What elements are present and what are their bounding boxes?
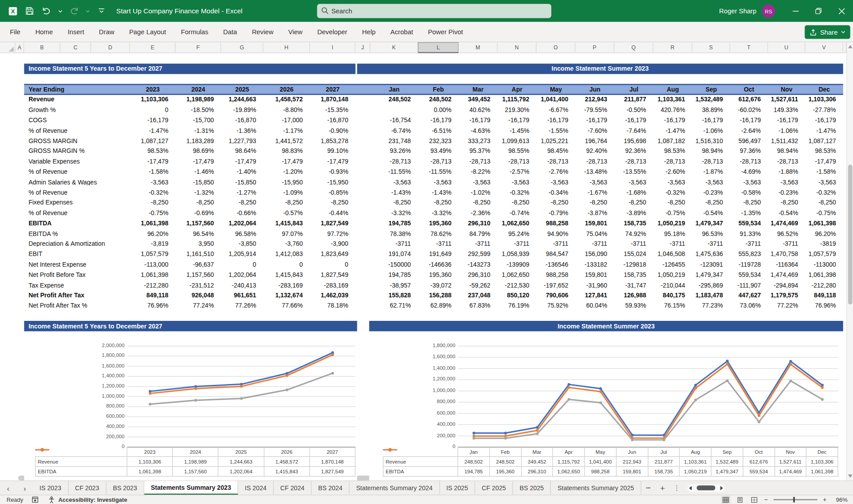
cell-value[interactable]: 74.92% xyxy=(614,230,653,237)
cell-value[interactable]: 126,988 xyxy=(614,292,653,299)
cell-value[interactable]: 1,103,306 xyxy=(130,96,175,103)
cell-label[interactable]: GROSS MARGIN xyxy=(24,137,130,144)
column-header-E[interactable]: E xyxy=(130,42,175,53)
cell-value[interactable]: -3.89% xyxy=(614,209,653,216)
cell-value[interactable]: -8,250 xyxy=(130,199,175,206)
statement-row-variable-expenses[interactable]: Variable Expenses-17,479-17,479-17,479-1… xyxy=(24,156,843,166)
statement-row-ebit[interactable]: EBIT1,057,5791,161,5101,205,9141,412,083… xyxy=(24,249,843,259)
cell-value[interactable]: -3,563 xyxy=(692,179,730,185)
restore-button[interactable] xyxy=(807,0,830,22)
cell-value[interactable]: -1.02% xyxy=(459,189,498,196)
cell-value[interactable]: 237,048 xyxy=(459,292,498,299)
cell-value[interactable]: 232,323 xyxy=(418,137,458,144)
ribbon-tab-formulas[interactable]: Formulas xyxy=(181,28,208,36)
cell-value[interactable]: 156,288 xyxy=(418,292,458,299)
cell-value[interactable]: -146636 xyxy=(418,261,458,268)
chart-banner-left[interactable]: Income Statement 5 Years to December 202… xyxy=(24,321,357,331)
cell-value[interactable]: 1,870,148 xyxy=(310,96,355,103)
zoom-in-button[interactable]: + xyxy=(823,496,827,504)
cell-value[interactable]: -231,512 xyxy=(176,282,221,288)
cell-label[interactable]: COGS xyxy=(24,117,130,124)
cell-value[interactable]: -79.55% xyxy=(576,107,615,113)
macro-record-icon[interactable] xyxy=(31,496,40,504)
page-layout-view-button[interactable] xyxy=(736,496,745,504)
cell-value[interactable]: -1.68% xyxy=(614,189,653,196)
cell-value[interactable]: 333,273 xyxy=(459,137,498,144)
cell-value[interactable]: 1,099,613 xyxy=(497,137,537,144)
cell-label[interactable]: EBITDA xyxy=(24,220,130,227)
cell-value[interactable]: -1.35% xyxy=(730,209,768,216)
column-header-N[interactable]: N xyxy=(497,42,537,53)
cell-value[interactable]: -16,179 xyxy=(459,117,498,124)
more-sheets-icon[interactable]: ••• xyxy=(641,481,655,495)
column-header-O[interactable]: O xyxy=(537,42,576,53)
cell-value[interactable]: -197,652 xyxy=(537,282,576,288)
cell-value[interactable]: 349,452 xyxy=(459,96,498,103)
cell-value[interactable]: 790,606 xyxy=(537,292,576,299)
cell-value[interactable]: 1,179,575 xyxy=(768,292,805,299)
cell-value[interactable]: -17,000 xyxy=(263,117,310,124)
cell-value[interactable]: 1,462,039 xyxy=(310,292,355,299)
cell-value[interactable]: -16,179 xyxy=(692,117,730,124)
cell-value[interactable]: -212,280 xyxy=(805,282,843,288)
cell-value[interactable]: 1,183,289 xyxy=(176,137,221,144)
column-header-L[interactable]: L xyxy=(418,42,458,53)
cell-value[interactable]: -3,900 xyxy=(310,240,355,247)
cell-value[interactable]: -3711 xyxy=(418,240,458,247)
cell-value[interactable]: 191,649 xyxy=(418,251,458,257)
cell-value[interactable]: -8.22% xyxy=(459,168,498,175)
cell-value[interactable]: -16,754 xyxy=(370,117,418,124)
ribbon-tab-help[interactable]: Help xyxy=(362,28,376,36)
cell-value[interactable]: 984,547 xyxy=(537,251,576,257)
ribbon-tab-acrobat[interactable]: Acrobat xyxy=(390,28,413,36)
cell-value[interactable]: -28,713 xyxy=(730,158,768,165)
column-header-partial[interactable] xyxy=(843,42,846,53)
cell-value[interactable]: 194,785 xyxy=(370,220,418,227)
cell-value[interactable]: 1,827,549 xyxy=(310,272,355,278)
cell-value[interactable]: 1,827,549 xyxy=(310,220,355,227)
cell-value[interactable]: -11.55% xyxy=(370,168,418,175)
cell-value[interactable]: -3,563 xyxy=(497,179,537,185)
column-header-J[interactable]: J xyxy=(356,42,370,53)
cell-value[interactable]: -133182 xyxy=(576,261,615,268)
statement-header-oct[interactable]: Oct xyxy=(730,86,768,93)
cell-value[interactable]: -0.75% xyxy=(805,209,843,216)
statement-row-net-profit-after-tax[interactable]: Net Profit After Tax849,118926,048961,65… xyxy=(24,290,843,300)
cell-value[interactable]: -0.57% xyxy=(263,209,310,216)
cell-value[interactable]: 961,651 xyxy=(221,292,263,299)
cell-value[interactable]: 96.54% xyxy=(176,230,221,237)
cell-value[interactable]: -3711 xyxy=(768,240,805,247)
cell-value[interactable]: 1,057,579 xyxy=(130,251,175,257)
cell-value[interactable]: -3,563 xyxy=(653,179,693,185)
ribbon-tab-developer[interactable]: Developer xyxy=(317,28,348,36)
column-header-A[interactable]: A xyxy=(16,42,24,53)
cell-value[interactable]: 77.24% xyxy=(176,302,221,309)
cell-value[interactable]: 84.79% xyxy=(459,230,498,237)
cell-value[interactable]: 156,090 xyxy=(576,251,615,257)
cell-value[interactable]: -212,530 xyxy=(497,282,537,288)
tab-scrollbar-thumb[interactable] xyxy=(697,485,715,490)
cell-value[interactable]: 296,310 xyxy=(459,272,498,278)
cell-value[interactable]: -210,044 xyxy=(653,282,693,288)
cell-value[interactable]: 840,175 xyxy=(653,292,693,299)
cell-label[interactable]: Net Profit After Tax % xyxy=(24,302,130,309)
cell-value[interactable]: -1.87% xyxy=(692,168,730,175)
cell-value[interactable]: 1,025,221 xyxy=(537,137,576,144)
cell-value[interactable]: -6.51% xyxy=(418,127,458,134)
cell-value[interactable]: -8.80% xyxy=(263,107,310,113)
cell-value[interactable]: -129818 xyxy=(614,261,653,268)
cell-value[interactable]: -1.47% xyxy=(130,127,175,134)
cell-value[interactable]: -3711 xyxy=(730,240,768,247)
cell-value[interactable]: -3819 xyxy=(805,240,843,247)
cell-value[interactable]: -1.46% xyxy=(176,168,221,175)
undo-dropdown-icon[interactable] xyxy=(58,5,63,17)
cell-value[interactable]: 1,050,219 xyxy=(653,272,693,278)
cell-value[interactable]: 1,161,510 xyxy=(176,251,221,257)
cell-value[interactable]: -3.87% xyxy=(576,209,615,216)
cell-value[interactable]: -3711 xyxy=(576,240,615,247)
cell-value[interactable]: -16,179 xyxy=(614,117,653,124)
cell-value[interactable]: 96.58% xyxy=(221,230,263,237)
cell-value[interactable]: -1.17% xyxy=(263,127,310,134)
cell-value[interactable]: 1,474,469 xyxy=(768,220,805,227)
cell-value[interactable]: 94.90% xyxy=(537,230,576,237)
